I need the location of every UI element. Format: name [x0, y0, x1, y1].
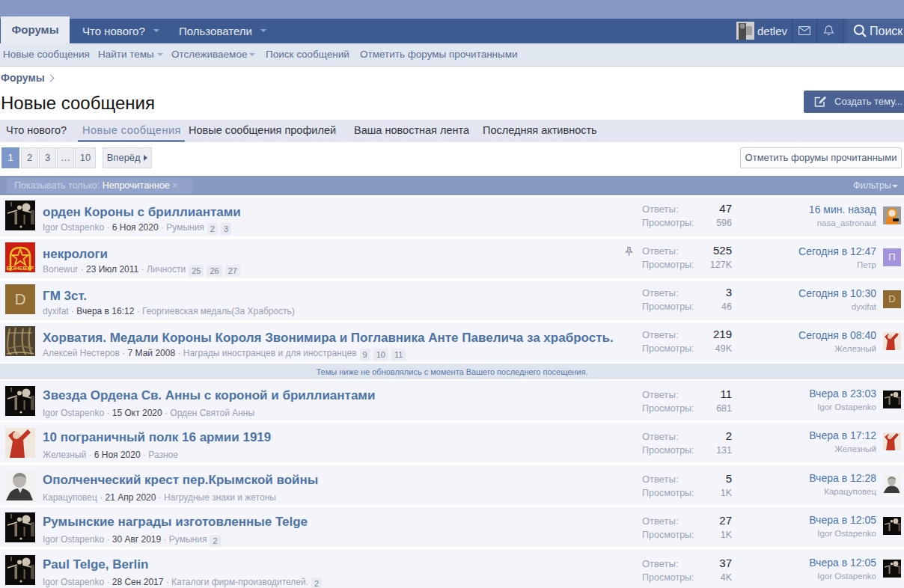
svg-text:БОНЕВУР: БОНЕВУР	[7, 265, 34, 272]
